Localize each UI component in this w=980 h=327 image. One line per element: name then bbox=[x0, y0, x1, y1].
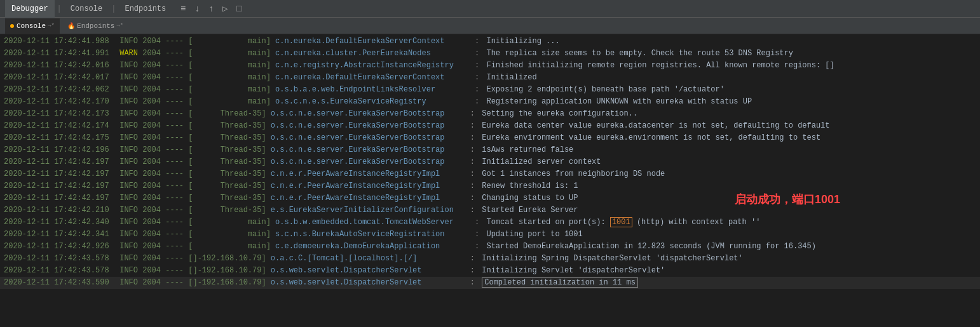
logger: c.n.e.r.PeerAwareInstanceRegistryImpl bbox=[266, 168, 463, 180]
log-line: 2020-12-11 17:42:42.197 INFO 2004 ---- [… bbox=[0, 168, 980, 180]
thread: 2004 ---- [ main] bbox=[142, 96, 271, 108]
toolbar-separator2: | bbox=[109, 4, 118, 13]
sep: : bbox=[468, 60, 487, 72]
logger: c.n.eureka.cluster.PeerEurekaNodes bbox=[271, 48, 468, 60]
log-line: 2020-12-11 17:42:42.926 INFO 2004 ---- [… bbox=[0, 241, 980, 253]
logger: o.s.c.n.e.server.EurekaServerBootstrap bbox=[266, 132, 463, 144]
console-tab-label: Console bbox=[17, 22, 46, 30]
log-line: 2020-12-11 17:42:42.173 INFO 2004 ---- [… bbox=[0, 108, 980, 120]
message: Finished initializing remote region regi… bbox=[486, 60, 976, 72]
step-into-icon[interactable]: ↓ bbox=[191, 3, 203, 15]
sep: : bbox=[463, 180, 482, 192]
thread: 2004 ---- []-192.168.10.79] bbox=[142, 265, 266, 277]
tab-bar: Console →* 🔥 Endpoints →* bbox=[0, 18, 980, 34]
timestamp: 2020-12-11 17:42:42.197 bbox=[4, 156, 115, 168]
logger: c.n.eureka.DefaultEurekaServerContext bbox=[271, 72, 468, 84]
thread: 2004 ---- [ Thread-35] bbox=[142, 120, 266, 132]
timestamp: 2020-12-11 17:42:42.197 bbox=[4, 168, 115, 180]
thread: 2004 ---- [ Thread-35] bbox=[142, 168, 266, 180]
step-out-icon[interactable]: ↑ bbox=[205, 3, 217, 15]
message: Initializing Spring DispatcherServlet 'd… bbox=[482, 253, 976, 265]
top-toolbar: Debugger | Console | Endpoints ≡ ↓ ↑ ▷ □ bbox=[0, 0, 980, 18]
thread: 2004 ---- []-192.168.10.79] bbox=[142, 253, 266, 265]
timestamp: 2020-12-11 17:42:42.340 bbox=[4, 217, 115, 229]
log-line: 2020-12-11 17:42:42.196 INFO 2004 ---- [… bbox=[0, 144, 980, 156]
logger: o.s.c.n.e.server.EurekaServerBootstrap bbox=[266, 120, 463, 132]
logger: o.s.c.n.e.server.EurekaServerBootstrap bbox=[266, 108, 463, 120]
resume-icon[interactable]: ▷ bbox=[219, 3, 231, 15]
message: Got 1 instances from neighboring DS node bbox=[482, 168, 976, 180]
timestamp: 2020-12-11 17:42:42.170 bbox=[4, 96, 115, 108]
log-line: 2020-12-11 17:42:41.991 WARN 2004 ---- [… bbox=[0, 48, 980, 60]
thread: 2004 ---- [ Thread-35] bbox=[142, 156, 266, 168]
logger: c.e.demoeureka.DemoEurekaApplication bbox=[271, 241, 468, 253]
message: Initializing Servlet 'dispatcherServlet' bbox=[482, 265, 976, 277]
debugger-tab[interactable]: Debugger bbox=[5, 0, 55, 18]
log-line: 2020-12-11 17:42:42.197 INFO 2004 ---- [… bbox=[0, 180, 980, 192]
logger: o.s.c.n.e.server.EurekaServerBootstrap bbox=[266, 156, 463, 168]
logger: o.a.c.C.[Tomcat].[localhost].[/] bbox=[266, 253, 463, 265]
sep: : bbox=[463, 144, 482, 156]
step-over-icon[interactable]: ≡ bbox=[177, 3, 189, 15]
sep: : bbox=[468, 48, 487, 60]
endpoints-tab-label: Endpoints bbox=[77, 22, 114, 30]
message: Registering application UNKNOWN with eur… bbox=[486, 96, 976, 108]
message: isAws returned false bbox=[482, 144, 976, 156]
endpoints-tab-top[interactable]: Endpoints bbox=[118, 0, 172, 18]
logger: c.n.e.registry.AbstractInstanceRegistry bbox=[271, 60, 468, 72]
thread: 2004 ---- []-192.168.10.79] bbox=[142, 277, 266, 289]
sep: : bbox=[468, 84, 487, 96]
log-line: 2020-12-11 17:42:42.197 INFO 2004 ---- [… bbox=[0, 156, 980, 168]
timestamp: 2020-12-11 17:42:41.988 bbox=[4, 36, 115, 48]
message: Renew threshold is: 1 bbox=[482, 180, 976, 192]
console-tab[interactable]: Console →* bbox=[5, 18, 60, 34]
sep: : bbox=[463, 265, 482, 277]
log-line: 2020-12-11 17:42:43.578 INFO 2004 ---- [… bbox=[0, 265, 980, 277]
stop-icon[interactable]: □ bbox=[233, 3, 245, 15]
toolbar-icons-group: ≡ ↓ ↑ ▷ □ bbox=[177, 3, 245, 15]
logger: o.s.b.a.e.web.EndpointLinksResolver bbox=[271, 84, 468, 96]
sep: : bbox=[468, 217, 487, 229]
log-line: 2020-12-11 17:42:42.197 INFO 2004 ---- [… bbox=[0, 192, 980, 204]
logger: c.n.eureka.DefaultEurekaServerContext bbox=[271, 36, 468, 48]
message: Setting the eureka configuration.. bbox=[482, 108, 976, 120]
thread: 2004 ---- [ main] bbox=[142, 48, 271, 60]
level: INFO bbox=[115, 108, 142, 120]
port-number: 1001 bbox=[610, 217, 632, 227]
log-area[interactable]: 2020-12-11 17:42:41.988 INFO 2004 ---- [… bbox=[0, 34, 980, 327]
level: INFO bbox=[115, 84, 142, 96]
message: Started DemoEurekaApplication in 12.823 … bbox=[486, 241, 976, 253]
level: INFO bbox=[115, 253, 142, 265]
log-line: 2020-12-11 17:42:42.174 INFO 2004 ---- [… bbox=[0, 120, 980, 132]
timestamp: 2020-12-11 17:42:42.196 bbox=[4, 144, 115, 156]
console-tab-top[interactable]: Console bbox=[64, 0, 109, 18]
message: Eureka data center value eureka.datacent… bbox=[482, 120, 976, 132]
log-line: 2020-12-11 17:42:43.578 INFO 2004 ---- [… bbox=[0, 253, 980, 265]
thread: 2004 ---- [ Thread-35] bbox=[142, 192, 266, 204]
toolbar-separator: | bbox=[55, 4, 64, 13]
level: INFO bbox=[115, 96, 142, 108]
sep: : bbox=[463, 253, 482, 265]
sep: : bbox=[468, 96, 487, 108]
timestamp: 2020-12-11 17:42:42.174 bbox=[4, 120, 115, 132]
timestamp: 2020-12-11 17:42:43.578 bbox=[4, 265, 115, 277]
timestamp: 2020-12-11 17:42:42.341 bbox=[4, 229, 115, 241]
message: The replica size seems to be empty. Chec… bbox=[486, 48, 976, 60]
sep: : bbox=[463, 108, 482, 120]
log-line: 2020-12-11 17:42:42.210 INFO 2004 ---- [… bbox=[0, 204, 980, 217]
sep: : bbox=[463, 204, 482, 217]
timestamp: 2020-12-11 17:42:43.590 bbox=[4, 277, 115, 289]
endpoints-tab[interactable]: 🔥 Endpoints →* bbox=[62, 18, 128, 34]
sep: : bbox=[463, 168, 482, 180]
logger: o.s.web.servlet.DispatcherServlet bbox=[266, 265, 463, 277]
thread: 2004 ---- [ Thread-35] bbox=[142, 180, 266, 192]
sep: : bbox=[463, 277, 482, 289]
message: Started Eureka Server bbox=[482, 204, 976, 217]
level: INFO bbox=[115, 72, 142, 84]
level: INFO bbox=[115, 120, 142, 132]
message: Changing status to UP bbox=[482, 192, 976, 204]
log-line: 2020-12-11 17:42:42.016 INFO 2004 ---- [… bbox=[0, 60, 980, 72]
timestamp: 2020-12-11 17:42:42.197 bbox=[4, 192, 115, 204]
level: INFO bbox=[115, 241, 142, 253]
sep: : bbox=[463, 156, 482, 168]
